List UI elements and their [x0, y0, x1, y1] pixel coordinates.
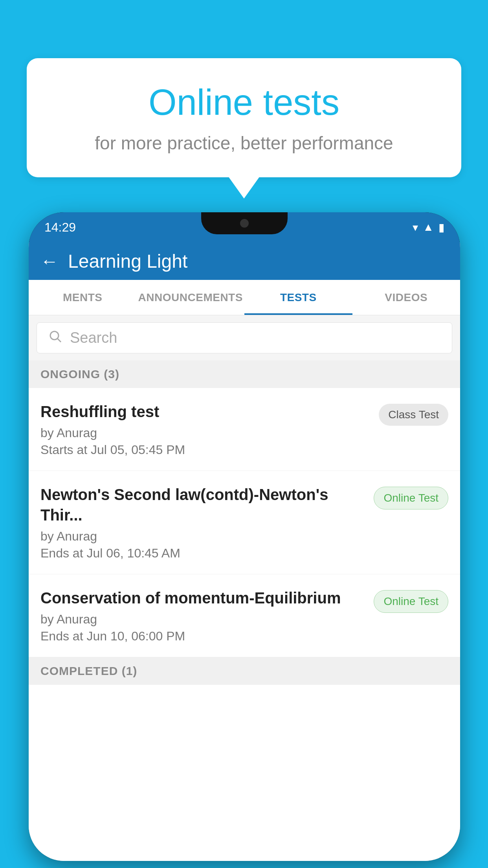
- test-date-1: Starts at Jul 05, 05:45 PM: [40, 443, 369, 457]
- status-time: 14:29: [44, 220, 76, 235]
- test-badge-2: Online Test: [374, 487, 448, 509]
- test-by-3: by Anurag: [40, 612, 364, 627]
- test-info-1: Reshuffling test by Anurag Starts at Jul…: [40, 401, 379, 457]
- ongoing-section-header: ONGOING (3): [29, 360, 460, 388]
- tab-ments[interactable]: MENTS: [29, 280, 137, 315]
- completed-section-header: COMPLETED (1): [29, 657, 460, 685]
- back-button[interactable]: ←: [40, 250, 59, 272]
- speech-bubble: Online tests for more practice, better p…: [27, 58, 461, 177]
- test-name-2: Newton's Second law(contd)-Newton's Thir…: [40, 484, 364, 525]
- test-item-2[interactable]: Newton's Second law(contd)-Newton's Thir…: [29, 471, 460, 574]
- search-input-wrap[interactable]: Search: [37, 322, 452, 353]
- test-list: Reshuffling test by Anurag Starts at Jul…: [29, 388, 460, 861]
- test-name-3: Conservation of momentum-Equilibrium: [40, 588, 364, 608]
- test-info-3: Conservation of momentum-Equilibrium by …: [40, 588, 374, 644]
- test-date-2: Ends at Jul 06, 10:45 AM: [40, 546, 364, 561]
- test-by-2: by Anurag: [40, 529, 364, 544]
- svg-line-1: [58, 339, 61, 342]
- search-icon: [48, 329, 62, 347]
- search-input[interactable]: Search: [70, 329, 117, 346]
- phone-screen: ← Learning Light MENTS ANNOUNCEMENTS TES…: [29, 242, 460, 861]
- tabs-bar: MENTS ANNOUNCEMENTS TESTS VIDEOS: [29, 280, 460, 315]
- test-name-1: Reshuffling test: [40, 401, 369, 422]
- test-info-2: Newton's Second law(contd)-Newton's Thir…: [40, 484, 374, 561]
- tab-announcements[interactable]: ANNOUNCEMENTS: [137, 280, 245, 315]
- svg-point-0: [50, 331, 59, 340]
- test-item-1[interactable]: Reshuffling test by Anurag Starts at Jul…: [29, 388, 460, 471]
- notch: [201, 212, 288, 234]
- phone-frame: 14:29 ▾ ▲ ▮ ← Learning Light MENTS ANNOU…: [29, 212, 460, 861]
- status-bar: 14:29 ▾ ▲ ▮: [29, 212, 460, 242]
- tab-tests[interactable]: TESTS: [244, 280, 352, 315]
- wifi-icon: ▾: [413, 221, 418, 234]
- search-container: Search: [29, 315, 460, 360]
- bubble-title: Online tests: [58, 82, 430, 123]
- camera: [240, 219, 249, 228]
- app-header: ← Learning Light: [29, 242, 460, 280]
- test-item-3[interactable]: Conservation of momentum-Equilibrium by …: [29, 574, 460, 657]
- signal-icon: ▲: [423, 221, 434, 234]
- status-icons: ▾ ▲ ▮: [413, 221, 444, 234]
- test-badge-1: Class Test: [379, 404, 448, 426]
- test-date-3: Ends at Jun 10, 06:00 PM: [40, 629, 364, 644]
- app-header-title: Learning Light: [68, 250, 187, 272]
- test-by-1: by Anurag: [40, 426, 369, 440]
- bubble-subtitle: for more practice, better performance: [58, 132, 430, 154]
- battery-icon: ▮: [438, 221, 444, 234]
- test-badge-3: Online Test: [374, 590, 448, 613]
- tab-videos[interactable]: VIDEOS: [352, 280, 460, 315]
